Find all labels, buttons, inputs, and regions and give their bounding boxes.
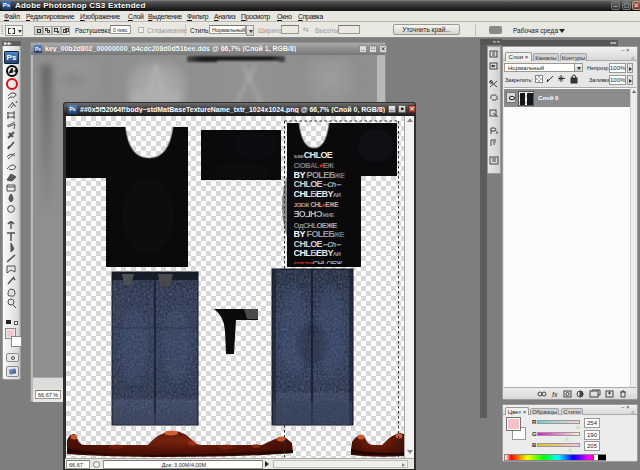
svg-text:fx: fx bbox=[552, 391, 558, 398]
